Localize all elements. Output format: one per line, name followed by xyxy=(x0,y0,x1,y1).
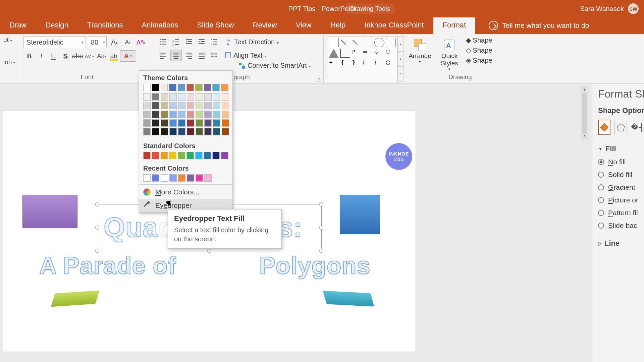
underline-button[interactable]: U xyxy=(48,50,59,62)
color-swatch[interactable] xyxy=(178,84,185,91)
color-swatch[interactable] xyxy=(178,93,185,101)
color-swatch[interactable] xyxy=(178,128,185,135)
color-swatch[interactable] xyxy=(187,111,194,118)
numbering-button[interactable]: 123 xyxy=(170,36,182,48)
align-center-button[interactable] xyxy=(170,50,182,61)
color-swatch[interactable] xyxy=(204,128,212,135)
highlight-button[interactable]: ab xyxy=(108,50,119,62)
effects-tab-icon[interactable] xyxy=(614,120,627,135)
color-swatch[interactable] xyxy=(169,128,177,135)
color-swatch[interactable] xyxy=(213,119,220,127)
strikethrough-button[interactable]: abc xyxy=(72,50,83,62)
color-swatch[interactable] xyxy=(213,102,220,109)
clipboard-option-partial[interactable]: ion xyxy=(3,58,16,66)
bold-button[interactable]: B xyxy=(23,50,35,62)
size-tab-icon[interactable]: �┤ xyxy=(631,120,644,135)
color-swatch[interactable] xyxy=(152,93,159,101)
color-swatch[interactable] xyxy=(222,102,229,109)
color-swatch[interactable] xyxy=(213,93,220,101)
grow-font-icon[interactable]: A▴ xyxy=(109,37,120,48)
color-swatch[interactable] xyxy=(178,119,185,127)
color-swatch[interactable] xyxy=(152,174,159,182)
fill-section-header[interactable]: ▼Fill xyxy=(598,144,644,153)
color-swatch[interactable] xyxy=(161,111,168,118)
color-swatch[interactable] xyxy=(186,152,194,159)
shape-options-heading[interactable]: Shape Options xyxy=(598,106,644,115)
user-name[interactable]: Sara Wanasek xyxy=(580,5,624,13)
color-swatch[interactable] xyxy=(152,84,159,91)
color-swatch[interactable] xyxy=(143,128,151,135)
color-swatch[interactable] xyxy=(222,93,229,101)
shape-fill-button[interactable]: ◆ Shape xyxy=(466,36,492,44)
align-left-button[interactable] xyxy=(158,50,169,61)
tab-design[interactable]: Design xyxy=(36,17,77,34)
color-swatch[interactable] xyxy=(169,102,177,109)
color-swatch[interactable] xyxy=(143,174,151,182)
decrease-indent-button[interactable] xyxy=(183,36,195,48)
color-swatch[interactable] xyxy=(204,119,212,127)
color-swatch[interactable] xyxy=(186,84,194,91)
color-swatch[interactable] xyxy=(161,102,168,109)
color-swatch[interactable] xyxy=(213,111,220,118)
color-swatch[interactable] xyxy=(161,174,168,182)
color-swatch[interactable] xyxy=(161,84,168,91)
tab-inknoe-classpoint[interactable]: Inknoe ClassPoint xyxy=(355,17,433,34)
color-swatch[interactable] xyxy=(169,174,177,182)
color-swatch[interactable] xyxy=(169,93,177,101)
color-swatch[interactable] xyxy=(169,111,177,118)
columns-button[interactable] xyxy=(209,50,220,61)
color-swatch[interactable] xyxy=(143,152,151,159)
color-swatch[interactable] xyxy=(178,111,185,118)
color-swatch[interactable] xyxy=(161,128,168,135)
fill-line-tab-icon[interactable] xyxy=(598,120,610,135)
paragraph-dialog-launcher[interactable] xyxy=(317,77,321,81)
color-swatch[interactable] xyxy=(169,119,177,127)
change-case-button[interactable]: Aa▾ xyxy=(96,50,107,62)
color-swatch[interactable] xyxy=(195,84,203,91)
color-swatch[interactable] xyxy=(204,102,212,109)
color-swatch[interactable] xyxy=(187,102,194,109)
tab-transitions[interactable]: Transitions xyxy=(78,17,132,34)
color-swatch[interactable] xyxy=(187,174,194,182)
font-name-combo[interactable]: Stereofidelic xyxy=(23,36,86,48)
tab-draw[interactable]: Draw xyxy=(0,17,36,34)
color-swatch[interactable] xyxy=(196,102,203,109)
color-swatch[interactable] xyxy=(161,119,168,127)
user-avatar[interactable]: SW xyxy=(628,3,639,14)
color-swatch[interactable] xyxy=(152,102,159,109)
color-swatch[interactable] xyxy=(161,93,168,101)
color-swatch[interactable] xyxy=(196,119,203,127)
color-swatch[interactable] xyxy=(221,152,228,159)
fill-radio-1[interactable]: Solid fill xyxy=(598,171,644,179)
color-swatch[interactable] xyxy=(143,102,151,109)
fill-radio-4[interactable]: Pattern fil xyxy=(598,209,644,217)
convert-smartart-button[interactable]: Convert to SmartArt xyxy=(238,62,311,69)
color-swatch[interactable] xyxy=(222,111,229,118)
color-swatch[interactable] xyxy=(152,152,159,159)
purple-rectangle-shape[interactable] xyxy=(22,195,77,228)
color-swatch[interactable] xyxy=(204,174,212,182)
color-swatch[interactable] xyxy=(204,84,211,91)
color-swatch[interactable] xyxy=(195,152,203,159)
color-swatch[interactable] xyxy=(143,111,151,118)
color-swatch[interactable] xyxy=(169,84,176,91)
tab-help[interactable]: Help xyxy=(321,17,355,34)
color-swatch[interactable] xyxy=(161,152,168,159)
color-swatch[interactable] xyxy=(204,93,212,101)
color-swatch[interactable] xyxy=(196,111,203,118)
color-swatch[interactable] xyxy=(143,84,151,91)
color-swatch[interactable] xyxy=(178,102,185,109)
align-right-button[interactable] xyxy=(183,50,195,61)
font-size-combo[interactable]: 80 xyxy=(88,36,107,48)
fill-radio-3[interactable]: Picture or xyxy=(598,196,644,204)
clear-formatting-icon[interactable]: A✎ xyxy=(136,37,147,48)
color-swatch[interactable] xyxy=(222,128,229,135)
text-shadow-button[interactable]: S xyxy=(60,50,71,62)
tab-animations[interactable]: Animations xyxy=(132,17,188,34)
color-swatch[interactable] xyxy=(212,152,220,159)
color-swatch[interactable] xyxy=(196,93,203,101)
text-direction-button[interactable]: IIAText Direction xyxy=(225,38,279,46)
tab-slide-show[interactable]: Slide Show xyxy=(187,17,243,34)
color-swatch[interactable] xyxy=(187,128,194,135)
color-swatch[interactable] xyxy=(143,119,151,127)
